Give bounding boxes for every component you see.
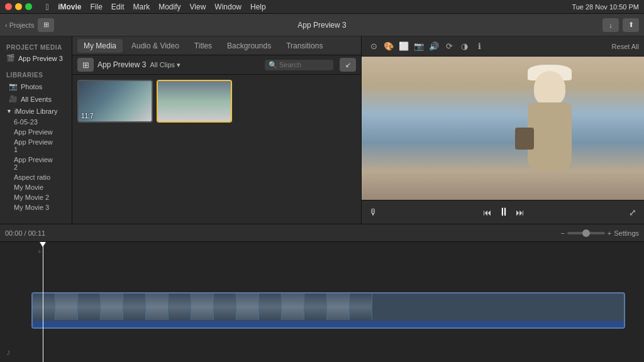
woman-bag bbox=[515, 128, 534, 150]
camera-icon[interactable]: 📷 bbox=[412, 40, 426, 53]
info-icon[interactable]: ℹ bbox=[472, 40, 486, 53]
settings-button[interactable]: Settings bbox=[614, 229, 639, 237]
color-tools: ⊙ 🎨 ⬜ 📷 🔊 ⟳ ◑ ℹ bbox=[367, 40, 486, 53]
app-container: ‹ Projects ⊞ App Preview 3 ↓ ⬆ PROJECT M… bbox=[0, 14, 644, 362]
speed-icon[interactable]: ⟳ bbox=[442, 40, 456, 53]
film-frame-10 bbox=[236, 293, 259, 320]
library-item[interactable]: ▼ iMovie Library bbox=[0, 106, 72, 117]
library-sub-item-5[interactable]: Aspect ratio bbox=[0, 172, 72, 182]
project-media-header: PROJECT MEDIA bbox=[0, 41, 72, 52]
search-icon: 🔍 bbox=[269, 61, 277, 69]
clip-thumb-1[interactable]: 11:7 bbox=[77, 80, 153, 123]
menu-edit[interactable]: Edit bbox=[111, 3, 125, 11]
preview-tools: ⊙ 🎨 ⬜ 📷 🔊 ⟳ ◑ ℹ Reset All bbox=[362, 36, 644, 57]
skip-forward-icon[interactable]: ⏭ bbox=[516, 207, 525, 217]
film-frame-4 bbox=[101, 293, 123, 320]
back-label[interactable]: Projects bbox=[9, 21, 35, 29]
library-sub-item-1[interactable]: 6-05-23 bbox=[0, 117, 72, 127]
allevents-label: All Events bbox=[21, 96, 52, 103]
tab-titles[interactable]: Titles bbox=[188, 39, 218, 53]
woman-head bbox=[534, 71, 565, 106]
film-frame-11 bbox=[259, 293, 282, 320]
video-preview[interactable] bbox=[362, 57, 644, 200]
grid-view-toggle[interactable]: ⊞ bbox=[77, 58, 94, 72]
menu-file[interactable]: File bbox=[90, 3, 102, 11]
tab-audio-video[interactable]: Audio & Video bbox=[125, 39, 186, 53]
preview-panel: ⊙ 🎨 ⬜ 📷 🔊 ⟳ ◑ ℹ Reset All bbox=[362, 36, 644, 224]
zoom-slider[interactable] bbox=[567, 232, 605, 234]
library-sub-item-6[interactable]: My Movie bbox=[0, 182, 72, 192]
layout-toggle[interactable]: ⊞ bbox=[38, 18, 54, 32]
video-subject bbox=[512, 71, 587, 190]
menu-window[interactable]: Window bbox=[214, 3, 242, 11]
timeline-clip[interactable] bbox=[31, 292, 625, 329]
clip-thumb-2[interactable] bbox=[157, 80, 232, 123]
project-item[interactable]: 🎬 App Preview 3 bbox=[0, 52, 72, 64]
menu-view[interactable]: View bbox=[190, 3, 206, 11]
filter-dropdown[interactable]: All Clips ▾ bbox=[150, 61, 180, 69]
zoom-out-icon[interactable]: − bbox=[560, 229, 564, 237]
menu-modify[interactable]: Modify bbox=[158, 3, 180, 11]
film-frame-13 bbox=[304, 293, 327, 320]
menu-mark[interactable]: Mark bbox=[133, 3, 150, 11]
tab-transitions[interactable]: Transitions bbox=[280, 39, 329, 53]
back-button[interactable]: ‹ Projects bbox=[5, 21, 34, 29]
import-btn[interactable]: ↓ bbox=[602, 18, 619, 32]
tab-bar: My Media Audio & Video Titles Background… bbox=[72, 36, 361, 55]
minimize-button[interactable] bbox=[15, 3, 22, 10]
import-btn2[interactable]: ↙ bbox=[340, 58, 356, 72]
apple-menu[interactable]:  bbox=[46, 2, 49, 12]
reset-button[interactable]: Reset All bbox=[612, 43, 639, 50]
photo-icon: 📷 bbox=[9, 82, 18, 90]
close-button[interactable] bbox=[5, 3, 12, 10]
play-pause-button[interactable]: ⏸ bbox=[498, 206, 509, 219]
menu-help[interactable]: Help bbox=[250, 3, 266, 11]
skip-back-icon[interactable]: ⏮ bbox=[483, 207, 492, 217]
balance-icon[interactable]: ⊙ bbox=[367, 40, 380, 53]
zoom-thumb bbox=[582, 229, 590, 237]
library-sub-item-7[interactable]: My Movie 2 bbox=[0, 192, 72, 202]
film-frame-6 bbox=[146, 293, 169, 320]
library-sub-item-3[interactable]: App Preview 1 bbox=[0, 137, 72, 155]
sidebar-item-allevents[interactable]: 🎥 All Events bbox=[3, 93, 69, 105]
filter-icon[interactable]: ◑ bbox=[457, 40, 471, 53]
woman-body bbox=[528, 102, 572, 172]
crop-icon[interactable]: ⬜ bbox=[397, 40, 411, 53]
search-box: 🔍 bbox=[265, 60, 333, 70]
search-input[interactable] bbox=[279, 61, 330, 69]
color-icon[interactable]: 🎨 bbox=[382, 40, 396, 53]
library-name: iMovie Library bbox=[14, 107, 57, 115]
film-icon: 🎬 bbox=[6, 54, 15, 62]
library-sub-item-2[interactable]: App Preview bbox=[0, 127, 72, 137]
audio-icon[interactable]: 🔊 bbox=[427, 40, 441, 53]
chevron-down-icon: ▾ bbox=[177, 61, 180, 69]
chevron-down-icon: ▼ bbox=[6, 108, 12, 114]
chevron-left-icon: ‹ bbox=[5, 21, 8, 29]
film-frame-3 bbox=[78, 293, 101, 320]
project-name: App Preview 3 bbox=[18, 55, 63, 62]
library-sub-item-4[interactable]: App Preview 2 bbox=[0, 155, 72, 172]
fullscreen-button[interactable] bbox=[25, 3, 32, 10]
zoom-in-icon[interactable]: + bbox=[608, 229, 611, 237]
content-area: PROJECT MEDIA 🎬 App Preview 3 LIBRARIES … bbox=[0, 36, 644, 224]
share-btn[interactable]: ⬆ bbox=[623, 18, 639, 32]
library-sub-item-8[interactable]: My Movie 3 bbox=[0, 202, 72, 212]
film-frame-1 bbox=[33, 293, 55, 320]
film-frame-9 bbox=[214, 293, 236, 320]
mic-icon[interactable]: 🎙 bbox=[369, 207, 378, 217]
cursor-indicator: + bbox=[38, 248, 42, 255]
playhead bbox=[43, 242, 43, 362]
tab-my-media[interactable]: My Media bbox=[77, 39, 123, 53]
film-frame-14 bbox=[327, 293, 350, 320]
menu-imovie[interactable]: iMovie bbox=[58, 3, 81, 11]
media-panel: My Media Audio & Video Titles Background… bbox=[72, 36, 362, 224]
events-icon: 🎥 bbox=[9, 95, 18, 103]
playhead-triangle bbox=[40, 242, 46, 247]
film-frame-2 bbox=[55, 293, 78, 320]
sidebar-item-photos[interactable]: 📷 Photos bbox=[3, 80, 69, 92]
photos-label: Photos bbox=[21, 83, 42, 90]
tab-backgrounds[interactable]: Backgrounds bbox=[221, 39, 277, 53]
fullscreen-icon[interactable]: ⤢ bbox=[629, 207, 636, 217]
timeline-zoom: − + Settings bbox=[560, 229, 639, 237]
timeline-body: + bbox=[0, 242, 644, 362]
